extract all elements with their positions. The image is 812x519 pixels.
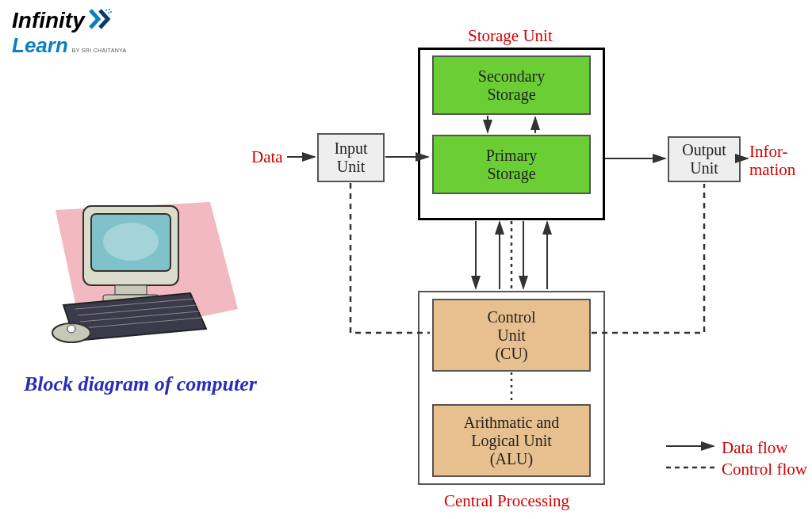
information-label: Infor- mation [749, 143, 805, 179]
legend-data-flow-label: Data flow [722, 438, 787, 458]
cpu-title: Central Processing [444, 491, 569, 511]
output-unit-box: Output Unit [668, 136, 741, 182]
alu-box: Arithmatic and Logical Unit (ALU) [432, 404, 591, 477]
secondary-storage-box: Secondary Storage [432, 55, 591, 115]
svg-point-0 [105, 10, 107, 11]
chevron-icon [89, 9, 113, 32]
svg-point-1 [109, 9, 110, 10]
control-unit-box: Control Unit (CU) [432, 299, 591, 372]
input-unit-box: Input Unit [317, 133, 385, 182]
storage-unit-title: Storage Unit [468, 26, 553, 46]
logo-text-learn: Learn [12, 33, 68, 58]
logo-text-infinity: Infinity [12, 8, 85, 33]
svg-point-15 [67, 325, 75, 333]
svg-point-3 [110, 11, 112, 13]
computer-illustration [40, 198, 246, 357]
primary-storage-box: Primary Storage [432, 135, 591, 194]
svg-rect-8 [115, 285, 147, 295]
svg-point-7 [103, 223, 159, 261]
data-label: Data [251, 147, 283, 167]
legend-control-flow-label: Control flow [722, 460, 807, 479]
logo-tagline: BY SRI CHAITANYA [72, 48, 127, 53]
dashed-cu-to-output [592, 184, 704, 333]
brand-logo: Infinity Learn BY SRI CHAITANYA [12, 8, 126, 58]
diagram-caption: Block diagram of computer [24, 372, 257, 396]
svg-point-2 [108, 12, 109, 13]
